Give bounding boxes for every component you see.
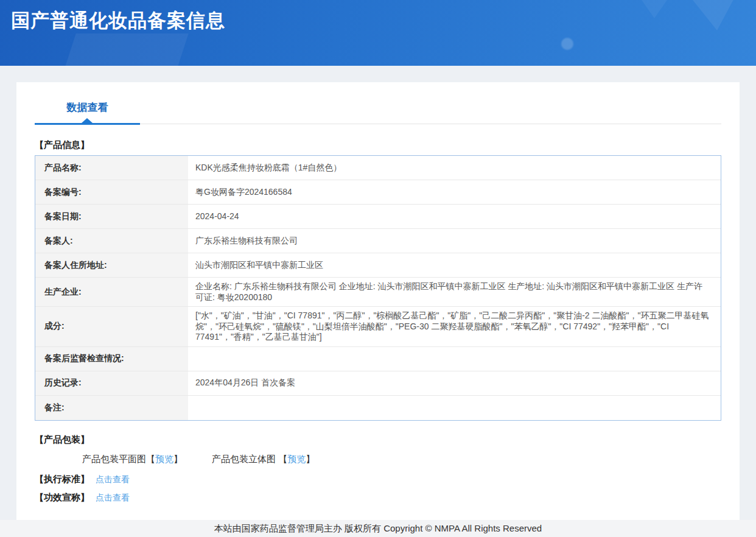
content-card: 数据查看 【产品信息】 产品名称: KDK光感柔焦持妆粉底霜（1#自然色） 备案… <box>16 82 740 520</box>
packaging-stereo-item: 产品包装立体图 【预览】 <box>212 454 315 464</box>
row-label: 历史记录: <box>35 371 188 395</box>
row-label: 备案人住所地址: <box>35 253 188 277</box>
row-applicant: 备案人: 广东乐裕生物科技有限公司 <box>35 229 721 253</box>
row-value: 2024年04月26日 首次备案 <box>188 371 721 395</box>
row-label: 成分: <box>35 307 188 346</box>
packaging-flat-label: 产品包装平面图 <box>82 454 146 464</box>
section-title-efficacy: 【功效宣称】 <box>35 492 89 502</box>
row-label: 备案人: <box>35 229 188 253</box>
bracket: 【 <box>278 454 287 464</box>
row-record-date: 备案日期: 2024-04-24 <box>35 205 721 229</box>
bracket: 】 <box>306 454 315 464</box>
tab-active-underline <box>35 123 140 125</box>
row-remarks: 备注: <box>35 396 721 420</box>
tab-bar: 数据查看 <box>35 100 721 124</box>
section-title-packaging: 【产品包装】 <box>35 434 721 446</box>
row-product-name: 产品名称: KDK光感柔焦持妆粉底霜（1#自然色） <box>35 156 721 180</box>
row-supervision: 备案后监督检查情况: <box>35 347 721 371</box>
row-value: 汕头市潮阳区和平镇中寨新工业区 <box>188 253 721 277</box>
standard-view-link[interactable]: 点击查看 <box>96 474 130 484</box>
tab-active-caret <box>82 118 93 123</box>
row-value: 广东乐裕生物科技有限公司 <box>188 229 721 253</box>
banner-decoration-polygon <box>64 33 188 66</box>
efficacy-row: 【功效宣称】点击查看 <box>35 492 721 504</box>
banner-decoration-triangle <box>688 0 737 30</box>
row-value: ["水"，"矿油"，"甘油"，"CI 77891"，"丙二醇"，"棕榈酸乙基己酯… <box>188 307 721 346</box>
banner-decoration-dot <box>561 38 573 50</box>
packaging-row: 产品包装平面图【预览】产品包装立体图 【预览】 <box>35 454 721 465</box>
row-record-number: 备案编号: 粤G妆网备字2024166584 <box>35 180 721 205</box>
standard-row: 【执行标准】点击查看 <box>35 474 721 485</box>
page-footer: 本站由国家药品监督管理局主办 版权所有 Copyright © NMPA All… <box>0 520 756 537</box>
row-label: 备案日期: <box>35 205 188 228</box>
packaging-stereo-preview-link[interactable]: 预览 <box>287 454 306 464</box>
efficacy-view-link[interactable]: 点击查看 <box>96 493 130 502</box>
section-title-standard: 【执行标准】 <box>35 474 89 484</box>
page-title: 国产普通化妆品备案信息 <box>11 8 225 33</box>
row-label: 产品名称: <box>35 156 188 180</box>
row-value: 2024-04-24 <box>188 205 721 228</box>
row-value <box>188 347 721 371</box>
row-history: 历史记录: 2024年04月26日 首次备案 <box>35 371 721 396</box>
bracket: 【 <box>146 454 155 464</box>
footer-copyright-text: 本站由国家药品监督管理局主办 版权所有 Copyright © NMPA All… <box>214 523 542 535</box>
packaging-flat-item: 产品包装平面图【预览】 <box>82 454 183 464</box>
row-label: 生产企业: <box>35 278 188 306</box>
packaging-flat-preview-link[interactable]: 预览 <box>155 454 173 464</box>
row-ingredients: 成分: ["水"，"矿油"，"甘油"，"CI 77891"，"丙二醇"，"棕榈酸… <box>35 307 721 347</box>
page-header: 国产普通化妆品备案信息 <box>0 0 756 66</box>
row-value: KDK光感柔焦持妆粉底霜（1#自然色） <box>188 156 721 180</box>
row-label: 备注: <box>35 396 188 420</box>
row-value: 粤G妆网备字2024166584 <box>188 180 721 204</box>
row-manufacturer: 生产企业: 企业名称: 广东乐裕生物科技有限公司 企业地址: 汕头市潮阳区和平镇… <box>35 278 721 307</box>
row-label: 备案后监督检查情况: <box>35 347 188 371</box>
row-value <box>188 396 721 420</box>
row-label: 备案编号: <box>35 180 188 204</box>
packaging-stereo-label: 产品包装立体图 <box>212 454 278 464</box>
bracket: 】 <box>173 454 183 464</box>
row-value: 企业名称: 广东乐裕生物科技有限公司 企业地址: 汕头市潮阳区和平镇中寨新工业区… <box>188 278 721 306</box>
row-applicant-address: 备案人住所地址: 汕头市潮阳区和平镇中寨新工业区 <box>35 253 721 278</box>
section-title-product-info: 【产品信息】 <box>35 139 721 151</box>
product-info-table: 产品名称: KDK光感柔焦持妆粉底霜（1#自然色） 备案编号: 粤G妆网备字20… <box>35 155 721 421</box>
banner-decoration-triangle <box>633 0 676 18</box>
